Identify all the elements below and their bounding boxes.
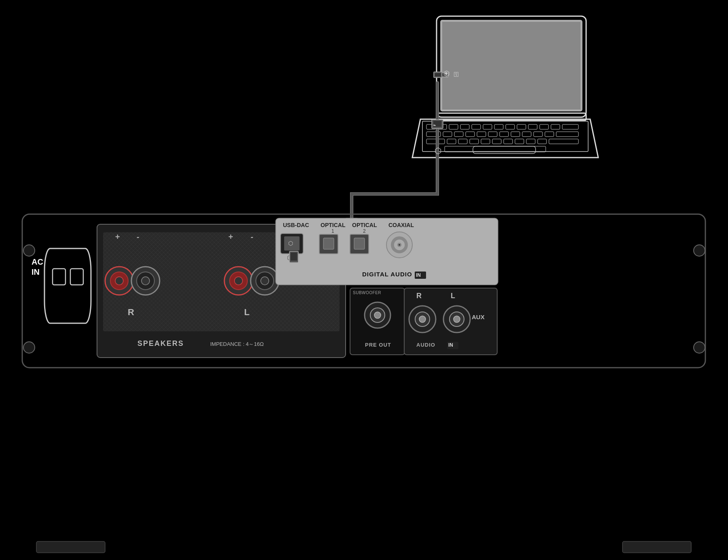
svg-rect-127: [447, 342, 458, 349]
svg-text:✦: ✦: [443, 70, 449, 77]
svg-text:R: R: [416, 292, 422, 300]
svg-text:SUBWOOFER: SUBWOOFER: [353, 291, 381, 295]
svg-rect-1: [441, 20, 582, 111]
svg-point-79: [234, 277, 243, 285]
svg-rect-27: [534, 132, 542, 137]
svg-rect-134: [622, 541, 691, 553]
svg-point-82: [261, 277, 269, 285]
svg-rect-16: [551, 124, 560, 129]
svg-point-73: [115, 277, 123, 285]
svg-rect-56: [22, 214, 705, 368]
svg-point-74: [131, 267, 160, 295]
svg-rect-41: [445, 146, 546, 152]
svg-text:OPTICAL: OPTICAL: [321, 222, 346, 228]
svg-rect-18: [426, 132, 441, 137]
svg-rect-6: [438, 124, 447, 129]
svg-rect-13: [517, 124, 526, 129]
svg-point-119: [415, 312, 430, 326]
svg-rect-61: [70, 269, 83, 285]
svg-rect-136: [291, 253, 297, 261]
svg-rect-3: [437, 113, 586, 120]
svg-point-76: [141, 277, 150, 285]
svg-point-77: [224, 267, 253, 295]
svg-point-114: [374, 312, 381, 318]
svg-point-107: [394, 239, 405, 251]
svg-text:⚿: ⚿: [454, 71, 459, 78]
svg-rect-26: [522, 132, 531, 137]
svg-point-78: [230, 272, 247, 290]
svg-text:⬡: ⬡: [288, 240, 293, 246]
svg-rect-4: [422, 121, 588, 152]
svg-rect-33: [470, 139, 479, 144]
svg-point-132: [694, 342, 705, 353]
svg-point-81: [256, 272, 274, 290]
svg-point-75: [137, 272, 154, 290]
svg-rect-29: [556, 132, 578, 137]
svg-point-109: [399, 244, 400, 246]
svg-rect-63: [103, 232, 340, 331]
svg-rect-0: [437, 16, 586, 117]
svg-rect-39: [538, 139, 547, 144]
svg-rect-17: [562, 124, 578, 129]
svg-rect-23: [488, 132, 497, 137]
svg-rect-97: [281, 234, 303, 254]
svg-text:SPEAKERS: SPEAKERS: [137, 339, 184, 347]
svg-text:L: L: [244, 307, 249, 317]
svg-point-118: [409, 306, 436, 333]
svg-rect-40: [549, 139, 578, 144]
svg-rect-60: [53, 269, 65, 285]
svg-text:+: +: [115, 232, 120, 241]
svg-rect-43: [438, 72, 448, 77]
svg-text:2: 2: [363, 228, 366, 234]
svg-rect-11: [494, 124, 503, 129]
svg-rect-36: [504, 139, 513, 144]
svg-rect-46: [434, 72, 442, 78]
svg-rect-98: [284, 236, 300, 251]
svg-rect-42: [473, 146, 536, 154]
svg-rect-59: [44, 248, 91, 323]
svg-point-106: [390, 236, 408, 254]
svg-rect-9: [472, 124, 481, 129]
svg-rect-21: [466, 132, 475, 137]
svg-point-131: [694, 245, 705, 256]
svg-rect-50: [346, 218, 358, 227]
svg-point-105: [386, 232, 412, 258]
svg-text:AC: AC: [32, 257, 43, 266]
svg-rect-53: [433, 121, 441, 127]
svg-text:⬡: ⬡: [443, 69, 450, 78]
svg-rect-62: [97, 224, 346, 358]
svg-point-72: [110, 272, 128, 290]
svg-rect-110: [350, 288, 405, 355]
svg-text:L: L: [451, 292, 455, 300]
svg-point-123: [449, 312, 464, 326]
svg-text:USB-DAC: USB-DAC: [283, 222, 309, 228]
svg-rect-116: [404, 288, 497, 355]
svg-point-130: [23, 342, 35, 353]
svg-rect-31: [447, 139, 456, 144]
svg-rect-44: [440, 74, 446, 76]
svg-text:OPTICAL: OPTICAL: [352, 222, 377, 228]
svg-rect-102: [323, 238, 334, 249]
svg-rect-5: [426, 124, 435, 129]
svg-point-129: [23, 245, 35, 256]
svg-rect-28: [545, 132, 554, 137]
svg-rect-38: [526, 139, 535, 144]
svg-rect-87: [276, 218, 498, 285]
svg-point-122: [443, 306, 470, 333]
svg-text:DIGITAL AUDIO: DIGITAL AUDIO: [362, 271, 412, 278]
svg-rect-35: [492, 139, 501, 144]
svg-rect-7: [449, 124, 458, 129]
svg-rect-12: [506, 124, 515, 129]
svg-text:AUX: AUX: [472, 314, 485, 320]
svg-rect-133: [36, 541, 105, 553]
svg-point-112: [365, 302, 390, 328]
svg-rect-30: [426, 139, 445, 144]
svg-text:-: -: [137, 232, 139, 241]
svg-rect-37: [515, 139, 524, 144]
svg-rect-24: [500, 132, 509, 137]
svg-point-113: [370, 308, 385, 322]
svg-rect-8: [460, 124, 469, 129]
svg-rect-34: [481, 139, 490, 144]
svg-point-71: [105, 267, 133, 295]
svg-rect-14: [528, 124, 537, 129]
